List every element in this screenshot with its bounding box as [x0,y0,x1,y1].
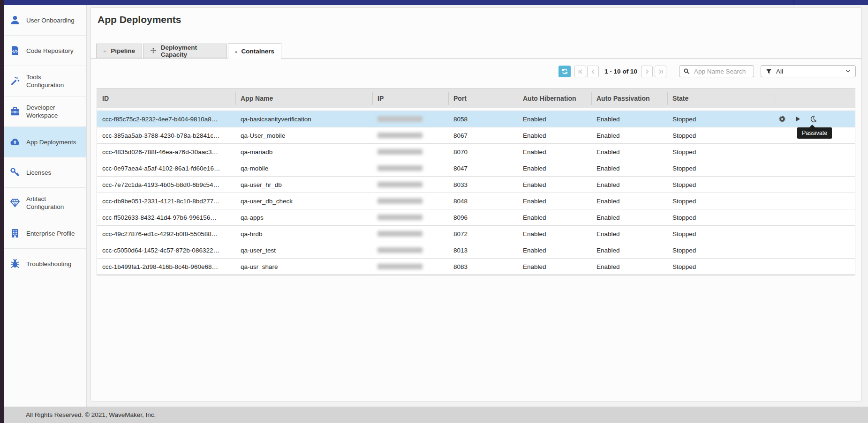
table-row[interactable]: ccc-1b499fa1-2d98-416b-8c4b-960e68… qa-u… [97,258,855,275]
cell-auto-passivation: Enabled [591,177,667,193]
table-row[interactable]: ccc-385aa5ab-3788-4230-b78a-b2841c… qa-U… [97,127,855,143]
redacted-ip [377,149,423,155]
sidebar-item-artifact-configuration[interactable]: Artifact Configuration [4,188,86,218]
cell-auto-passivation: Enabled [591,209,667,225]
cell-state: Stopped [667,111,775,127]
passivate-tooltip: Passivate [797,127,832,139]
cell-auto-hibernation: Enabled [518,259,591,275]
cell-state: Stopped [667,242,775,258]
cell-auto-passivation: Enabled [591,259,667,275]
sidebar-item-tools-configuration[interactable]: Tools Configuration [4,66,86,96]
cell-auto-hibernation: Enabled [518,242,591,258]
diamond-icon [10,198,20,208]
cell-auto-hibernation: Enabled [518,144,591,160]
cell-id: ccc-ff502633-8432-41d4-97b6-996156… [97,209,235,225]
cell-state: Stopped [667,193,775,209]
cell-ip [372,144,448,160]
cell-state: Stopped [667,209,775,225]
containers-icon [235,48,237,55]
sidebar-item-code-repository[interactable]: Code Repository [4,36,86,66]
sidebar-item-troubleshooting[interactable]: Troubleshooting [4,249,86,279]
search-icon [683,68,690,74]
page-title: App Deployments [98,14,181,25]
funnel-icon [766,68,772,74]
footer: All Rights Reserved. © 2021, WaveMaker, … [4,407,868,423]
table-row[interactable]: ccc-4835d026-788f-46ea-a76d-30aac3… qa-m… [97,143,855,160]
refresh-button[interactable] [559,66,571,77]
sidebar: User Onboarding Code Repository Tools Co… [4,5,87,407]
table-row[interactable]: ccc-db9be051-2331-4121-8c10-8bd277… qa-u… [97,193,855,209]
column-header-state: State [667,89,775,108]
cell-auto-passivation: Enabled [591,193,667,209]
sidebar-item-label: Artifact Configuration [26,195,77,211]
column-header-app-name: App Name [235,89,372,108]
cell-auto-hibernation: Enabled [518,209,591,225]
sidebar-item-label: Enterprise Profile [26,230,77,237]
table-row[interactable]: ccc-f85c75c2-9232-4ee7-b404-9810a8… qa-b… [97,111,855,127]
table-row[interactable]: ccc-49c27876-ed1c-4292-b0f8-550588… qa-h… [97,225,855,242]
cell-ip [372,209,448,225]
sidebar-item-user-onboarding[interactable]: User Onboarding [4,5,86,36]
cell-ip [372,177,448,193]
cell-ip [372,193,448,209]
cell-port: 8058 [448,111,518,127]
table-row[interactable]: ccc-c5050d64-1452-4c57-872b-086322… qa-u… [97,242,855,258]
cell-auto-hibernation: Enabled [518,111,591,127]
table-row[interactable]: ccc-ff502633-8432-41d4-97b6-996156… qa-a… [97,209,855,225]
sidebar-item-app-deployments[interactable]: App Deployments [4,127,86,157]
cell-state: Stopped [667,259,775,275]
cell-app-name: qa-basicsanityverification [235,111,372,127]
settings-gear-icon[interactable] [778,115,786,123]
code-file-icon [10,45,20,56]
sidebar-item-licenses[interactable]: Licenses [4,157,86,188]
sidebar-item-developer-workspace[interactable]: Developer Workspace [4,96,86,127]
passivate-moon-icon[interactable] [809,115,817,123]
tab-pipeline[interactable]: Pipeline [96,44,142,58]
redacted-ip [377,182,423,187]
column-header-auto-passivation: Auto Passivation [591,89,667,108]
search-input[interactable] [693,67,749,75]
redacted-ip [377,133,423,138]
magic-wand-icon [10,76,20,86]
cell-app-name: qa-User_mobile [235,127,372,143]
sidebar-item-label: Code Repository [26,47,77,55]
sidebar-item-enterprise-profile[interactable]: Enterprise Profile [4,218,86,249]
pagination-last-button[interactable] [655,66,666,77]
table-row[interactable]: ccc-7e72c1da-4193-4b05-b8d0-6b9c54… qa-u… [97,176,855,193]
sidebar-item-label: Tools Configuration [26,73,77,89]
pagination-next-button[interactable] [641,66,653,77]
cell-app-name: qa-apps [235,209,372,225]
start-play-icon[interactable] [794,115,801,123]
building-icon [10,228,20,238]
cell-ip [372,242,448,258]
pagination-first-button[interactable] [574,66,586,77]
table-row[interactable]: ccc-0e97aea4-a5af-4102-86a1-fd60e16… qa-… [97,160,855,176]
refresh-icon [561,68,568,75]
pagination-prev-button[interactable] [587,66,599,77]
redacted-ip [377,231,423,237]
cell-auto-passivation: Enabled [591,242,667,258]
state-filter-dropdown[interactable]: All [761,65,856,77]
cell-id: ccc-4835d026-788f-46ea-a76d-30aac3… [97,144,235,160]
cell-auto-hibernation: Enabled [518,226,591,242]
cell-ip [372,160,448,176]
column-header-auto-hibernation: Auto Hibernation [518,89,591,108]
tab-deployment-capacity[interactable]: Deployment Capacity [143,44,227,58]
containers-table: ID App Name IP Port Auto Hibernation Aut… [97,88,855,275]
tab-containers[interactable]: Containers [228,43,281,59]
cell-app-name: qa-user_test [235,242,372,258]
column-header-actions [775,89,855,108]
pagination-range-text: 1 - 10 of 10 [604,66,638,77]
cell-port: 8070 [448,144,518,160]
column-header-id: ID [97,89,235,108]
app-name-search-box [679,65,754,77]
redacted-ip [377,215,423,220]
prev-page-icon [590,68,596,75]
sidebar-item-label: Developer Workspace [26,104,77,119]
tab-label: Deployment Capacity [161,44,220,58]
user-icon [10,15,20,25]
tab-label: Containers [241,48,274,55]
cell-port: 8096 [448,209,518,225]
redacted-ip [377,247,423,253]
redacted-ip [377,165,423,171]
